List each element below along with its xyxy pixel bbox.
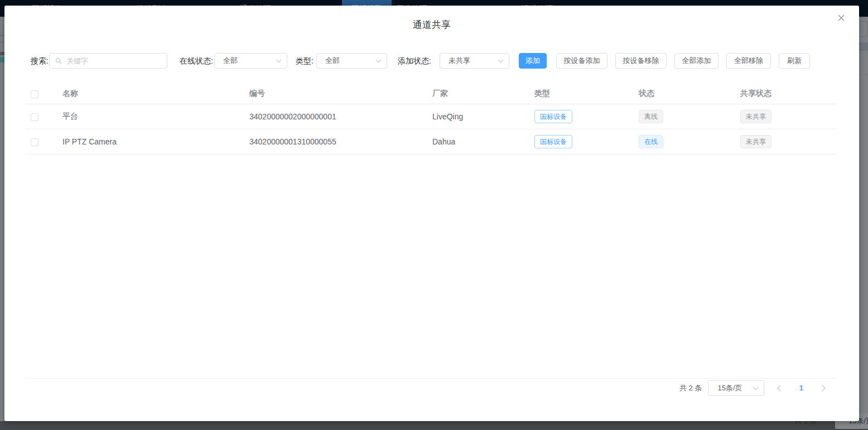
chevron-down-icon bbox=[276, 57, 282, 63]
col-header-name: 名称 bbox=[62, 89, 249, 99]
backdrop-fragment bbox=[0, 41, 4, 43]
table-header-row: 名称 编号 厂家 类型 状态 共享状态 bbox=[25, 84, 837, 104]
share-status-badge: 未共享 bbox=[740, 110, 771, 123]
search-icon bbox=[55, 57, 62, 65]
status-badge-offline: 离线 bbox=[639, 110, 663, 123]
add-status-value: 未共享 bbox=[449, 56, 470, 65]
page-size-value: 15条/页 bbox=[717, 384, 742, 392]
online-status-select[interactable]: 全部 bbox=[214, 53, 287, 69]
add-by-device-button[interactable]: 按设备添加 bbox=[556, 53, 607, 69]
backdrop-fragment bbox=[0, 52, 4, 55]
pagination: 共 2 条 15条/页 1 bbox=[679, 380, 829, 396]
pagination-divider bbox=[25, 378, 837, 379]
table-row: 平台 34020000002000000001 LiveQing 国标设备 离线… bbox=[25, 104, 837, 129]
search-input[interactable] bbox=[49, 53, 167, 69]
refresh-button[interactable]: 刷新 bbox=[779, 53, 810, 69]
col-header-code: 编号 bbox=[249, 89, 432, 99]
type-value: 全部 bbox=[325, 56, 340, 65]
cell-vendor: Dahua bbox=[432, 137, 534, 146]
add-all-button[interactable]: 全部添加 bbox=[674, 53, 718, 69]
chevron-down-icon bbox=[753, 385, 759, 390]
add-status-select[interactable]: 未共享 bbox=[440, 53, 509, 69]
backdrop-table-header-sliver bbox=[859, 42, 868, 51]
type-label: 类型: bbox=[296, 53, 314, 69]
table-row: IP PTZ Camera 34020000001310000055 Dahua… bbox=[25, 129, 837, 154]
backdrop-row-line bbox=[859, 74, 868, 75]
col-header-type: 类型 bbox=[534, 89, 639, 99]
online-status-label: 在线状态: bbox=[180, 53, 213, 69]
backdrop-left-strip bbox=[0, 17, 4, 421]
backdrop-bottom-strip bbox=[0, 421, 868, 430]
add-status-label: 添加状态: bbox=[398, 53, 431, 69]
cell-name: IP PTZ Camera bbox=[62, 137, 249, 146]
row-checkbox[interactable] bbox=[31, 113, 38, 121]
backdrop-right-strip bbox=[859, 17, 868, 421]
share-status-badge: 未共享 bbox=[740, 135, 771, 148]
col-header-vendor: 厂家 bbox=[432, 89, 534, 99]
type-select[interactable]: 全部 bbox=[316, 53, 387, 69]
col-header-status: 状态 bbox=[639, 89, 740, 99]
channel-table: 名称 编号 厂家 类型 状态 共享状态 平台 34020000002000000… bbox=[25, 84, 837, 154]
row-checkbox[interactable] bbox=[31, 138, 38, 146]
search-field bbox=[49, 53, 167, 69]
close-icon[interactable] bbox=[836, 13, 846, 23]
cell-vendor: LiveQing bbox=[432, 112, 534, 121]
current-page[interactable]: 1 bbox=[794, 380, 808, 396]
backdrop-fragment bbox=[0, 57, 4, 62]
type-badge[interactable]: 国标设备 bbox=[534, 135, 572, 148]
online-status-value: 全部 bbox=[223, 56, 238, 65]
prev-page-button[interactable] bbox=[774, 380, 787, 396]
select-all-checkbox[interactable] bbox=[31, 90, 38, 98]
page-size-select[interactable]: 15条/页 bbox=[708, 380, 764, 396]
remove-by-device-button[interactable]: 按设备移除 bbox=[615, 53, 667, 69]
cell-code: 34020000002000000001 bbox=[249, 112, 432, 121]
chevron-right-icon bbox=[819, 385, 826, 391]
add-button[interactable]: 添加 bbox=[519, 53, 547, 69]
cell-code: 34020000001310000055 bbox=[249, 137, 432, 146]
type-badge[interactable]: 国标设备 bbox=[534, 110, 572, 123]
dialog-title: 通道共享 bbox=[4, 18, 859, 31]
total-count: 共 2 条 bbox=[679, 380, 702, 396]
chevron-left-icon bbox=[778, 385, 784, 391]
search-label: 搜索: bbox=[31, 53, 49, 69]
channel-share-dialog: 通道共享 搜索: 在线状态: 全部 类型: 全部 添加状态: 未共享 添加 按设… bbox=[4, 6, 859, 421]
status-badge-online: 在线 bbox=[639, 135, 663, 148]
chevron-down-icon bbox=[376, 57, 382, 63]
backdrop-fragment bbox=[0, 35, 4, 36]
next-page-button[interactable] bbox=[816, 380, 829, 396]
remove-all-button[interactable]: 全部移除 bbox=[726, 53, 771, 69]
chevron-down-icon bbox=[498, 57, 504, 63]
col-header-share: 共享状态 bbox=[740, 89, 837, 99]
cell-name: 平台 bbox=[62, 112, 249, 122]
